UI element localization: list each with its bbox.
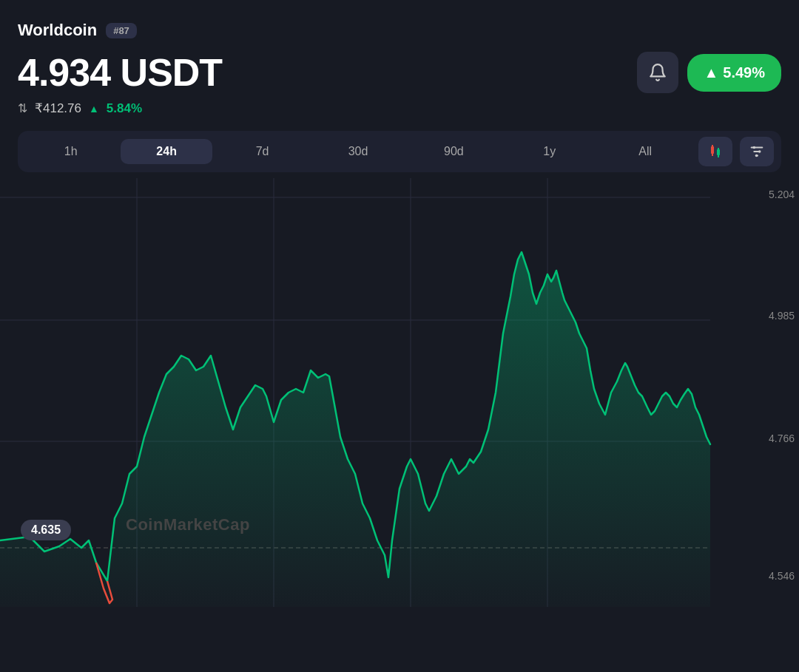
coin-name: Worldcoin [18, 21, 97, 40]
chart-area: 5.204 4.985 4.766 4.546 4.635 CoinMarket… [0, 178, 799, 614]
y-label-3: 4.766 [769, 432, 795, 444]
percent-change-button[interactable]: ▲ 5.49% [687, 54, 781, 92]
price-chart [0, 178, 799, 614]
svg-point-11 [755, 155, 758, 157]
y-label-2: 4.985 [769, 310, 795, 322]
inr-value: ₹412.76 [35, 101, 81, 116]
timeframe-1h[interactable]: 1h [25, 139, 116, 164]
timeframe-all[interactable]: All [600, 139, 691, 164]
bell-icon [648, 63, 667, 82]
percent-change-inr: 5.84% [107, 101, 142, 116]
timeframe-bar: 1h 24h 7d 30d 90d 1y All [18, 131, 781, 172]
price-value: 4.934 USDT [18, 50, 222, 95]
timeframe-1y[interactable]: 1y [504, 139, 595, 164]
y-label-top: 5.204 [769, 189, 795, 200]
candlestick-icon [707, 143, 724, 160]
svg-rect-3 [717, 149, 720, 155]
bell-button[interactable] [637, 52, 678, 93]
swap-icon: ⇅ [18, 101, 27, 115]
triangle-up-small-icon: ▲ [89, 103, 99, 115]
filter-button[interactable] [740, 137, 774, 166]
timeframe-7d[interactable]: 7d [217, 139, 308, 164]
svg-point-9 [752, 146, 755, 149]
rank-badge: #87 [106, 23, 137, 38]
filter-icon [749, 143, 765, 160]
svg-rect-0 [711, 146, 714, 154]
timeframe-30d[interactable]: 30d [312, 139, 403, 164]
percent-usdt-label: 5.49% [723, 64, 765, 81]
timeframe-24h[interactable]: 24h [121, 139, 212, 164]
current-price-tag: 4.635 [21, 520, 71, 540]
watermark: CoinMarketCap [126, 515, 250, 534]
svg-point-10 [758, 150, 761, 153]
candlestick-button[interactable] [698, 137, 732, 166]
y-label-bottom: 4.546 [769, 570, 795, 582]
timeframe-90d[interactable]: 90d [408, 139, 499, 164]
triangle-up-icon: ▲ [704, 64, 718, 81]
